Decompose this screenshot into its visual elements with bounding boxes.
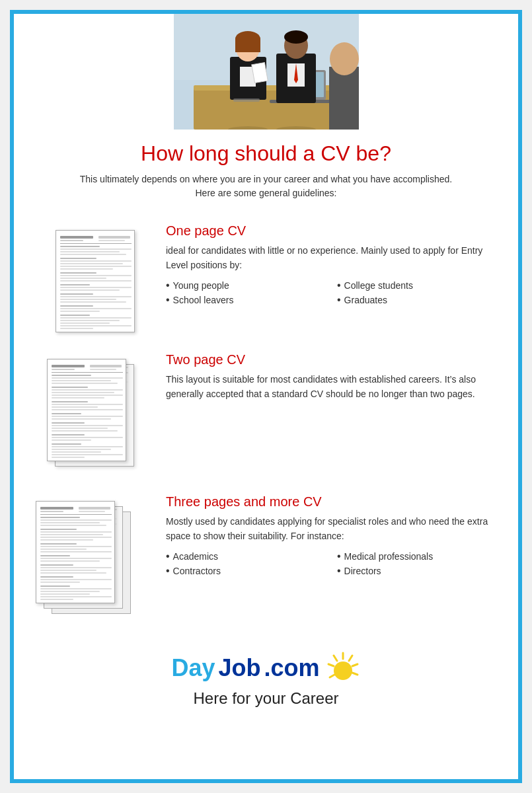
svg-rect-64 bbox=[52, 365, 85, 367]
svg-point-19 bbox=[330, 42, 359, 75]
svg-rect-77 bbox=[52, 397, 104, 398]
cv-p3-front bbox=[36, 501, 115, 603]
svg-line-140 bbox=[349, 656, 352, 661]
svg-rect-47 bbox=[60, 301, 126, 303]
svg-rect-83 bbox=[52, 416, 123, 417]
svg-rect-40 bbox=[60, 280, 132, 282]
svg-rect-111 bbox=[40, 522, 100, 523]
svg-rect-76 bbox=[52, 395, 123, 396]
svg-rect-132 bbox=[40, 585, 70, 587]
svg-rect-41 bbox=[60, 284, 90, 285]
svg-rect-65 bbox=[52, 369, 75, 370]
svg-rect-29 bbox=[60, 248, 132, 250]
svg-rect-125 bbox=[40, 564, 73, 566]
svg-rect-80 bbox=[52, 406, 98, 408]
svg-rect-26 bbox=[98, 240, 125, 241]
svg-line-141 bbox=[352, 664, 358, 666]
svg-rect-129 bbox=[40, 576, 73, 578]
svg-rect-79 bbox=[52, 404, 123, 405]
svg-rect-91 bbox=[52, 439, 91, 441]
svg-rect-43 bbox=[60, 289, 120, 291]
svg-rect-54 bbox=[60, 322, 110, 324]
svg-rect-112 bbox=[40, 525, 106, 526]
svg-rect-106 bbox=[79, 507, 110, 510]
section-three-page-text: Mostly used by candidates applying for s… bbox=[166, 515, 502, 543]
bullet-college-students: • College students bbox=[337, 280, 502, 291]
section-two-page-text: This layout is suitable for most candida… bbox=[166, 373, 502, 401]
svg-rect-32 bbox=[60, 258, 96, 259]
svg-rect-67 bbox=[90, 369, 116, 370]
main-container: How long should a CV be? This ultimately… bbox=[10, 10, 522, 783]
svg-rect-136 bbox=[40, 596, 112, 597]
svg-rect-34 bbox=[60, 263, 123, 264]
svg-rect-104 bbox=[40, 507, 73, 510]
footer-tagline: Here for your Career bbox=[193, 689, 338, 708]
svg-rect-126 bbox=[40, 567, 112, 568]
section-three-page-content: Three pages and more CV Mostly used by c… bbox=[159, 494, 502, 576]
svg-rect-96 bbox=[52, 454, 123, 455]
section-one-page-text: ideal for candidates with little or no e… bbox=[166, 244, 502, 272]
svg-rect-70 bbox=[52, 377, 123, 379]
svg-rect-72 bbox=[52, 383, 118, 384]
section-two-page: Two page CV This layout is suitable for … bbox=[14, 346, 518, 488]
bullet-contractors: • Contractors bbox=[166, 566, 330, 576]
svg-rect-137 bbox=[40, 599, 73, 600]
svg-rect-35 bbox=[60, 266, 132, 267]
cv-mock-two-front bbox=[47, 359, 126, 461]
svg-rect-27 bbox=[60, 243, 132, 244]
svg-rect-66 bbox=[90, 365, 122, 367]
svg-rect-135 bbox=[40, 593, 90, 595]
svg-rect-121 bbox=[40, 551, 112, 552]
svg-rect-39 bbox=[60, 278, 106, 279]
bullet-academics: • Academics bbox=[166, 551, 330, 562]
svg-rect-50 bbox=[60, 311, 100, 312]
svg-rect-38 bbox=[60, 275, 132, 276]
svg-rect-10 bbox=[235, 39, 260, 52]
cv-image-three-page bbox=[30, 494, 159, 617]
section-one-page-bullets: • Young people • College students • Scho… bbox=[166, 280, 502, 305]
svg-rect-49 bbox=[60, 308, 132, 309]
svg-rect-119 bbox=[40, 546, 112, 547]
svg-rect-118 bbox=[40, 543, 77, 545]
svg-line-144 bbox=[328, 664, 334, 666]
svg-rect-73 bbox=[52, 387, 88, 388]
section-three-page-heading: Three pages and more CV bbox=[166, 494, 502, 510]
svg-rect-120 bbox=[40, 548, 87, 550]
svg-rect-56 bbox=[60, 328, 93, 329]
cv-image-one-page bbox=[30, 223, 159, 332]
bullet-dot-2: • bbox=[337, 280, 341, 291]
svg-rect-25 bbox=[98, 236, 130, 239]
bullet-dot-6: • bbox=[337, 551, 341, 562]
bullet-dot-5: • bbox=[166, 551, 170, 562]
bullet-medical-professionals: • Medical professionals bbox=[337, 551, 502, 562]
svg-rect-87 bbox=[52, 428, 108, 429]
svg-rect-110 bbox=[40, 519, 112, 521]
svg-rect-31 bbox=[60, 254, 126, 255]
section-three-page-bullets: • Academics • Medical professionals • Co… bbox=[166, 551, 502, 576]
svg-rect-127 bbox=[40, 570, 96, 571]
svg-rect-20 bbox=[233, 98, 260, 102]
hero-image bbox=[174, 14, 359, 130]
svg-rect-89 bbox=[52, 434, 85, 435]
bullet-dot-3: • bbox=[166, 295, 170, 305]
svg-rect-92 bbox=[52, 443, 81, 445]
svg-rect-45 bbox=[60, 296, 132, 297]
bullet-young-people: • Young people bbox=[166, 280, 330, 291]
section-one-page-content: One page CV ideal for candidates with li… bbox=[159, 223, 502, 305]
section-two-page-content: Two page CV This layout is suitable for … bbox=[159, 352, 502, 409]
bullet-dot-1: • bbox=[166, 280, 170, 291]
svg-point-15 bbox=[284, 30, 308, 44]
svg-rect-82 bbox=[52, 413, 81, 414]
logo-area: Day Job .com bbox=[171, 650, 360, 686]
svg-rect-114 bbox=[40, 531, 112, 533]
section-three-page: Three pages and more CV Mostly used by c… bbox=[14, 488, 518, 630]
svg-rect-51 bbox=[60, 315, 90, 316]
svg-rect-28 bbox=[60, 246, 100, 247]
svg-rect-105 bbox=[40, 511, 63, 512]
svg-rect-90 bbox=[52, 437, 123, 438]
svg-line-145 bbox=[330, 675, 334, 677]
bullet-dot-8: • bbox=[337, 566, 341, 576]
svg-rect-93 bbox=[52, 446, 123, 447]
svg-rect-131 bbox=[40, 582, 80, 583]
section-one-page: One page CV ideal for candidates with li… bbox=[14, 217, 518, 346]
